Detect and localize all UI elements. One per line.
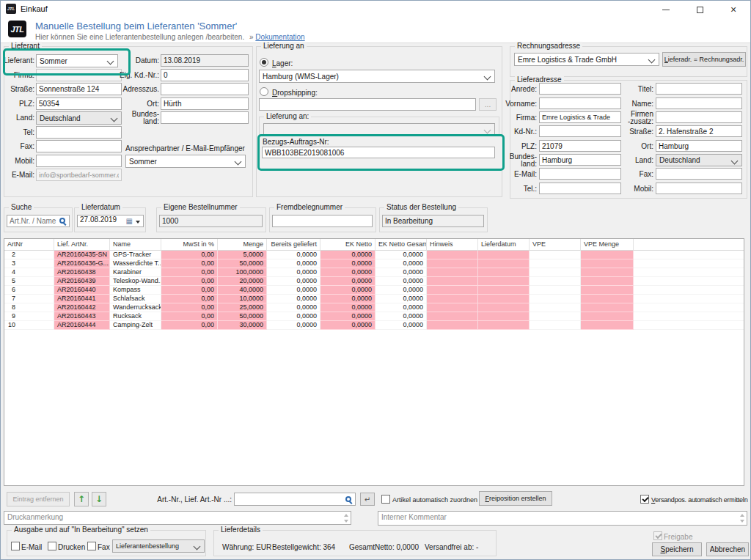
- ship-ort-field[interactable]: [656, 140, 742, 152]
- cancel-button[interactable]: Abbrechen: [706, 542, 749, 556]
- column-header-menge[interactable]: Menge: [218, 239, 267, 251]
- output-print-checkbox[interactable]: [48, 542, 56, 550]
- internal-comment-placeholder: Interner Kommentar: [381, 513, 447, 521]
- scroll-arrows-icon[interactable]: [740, 514, 744, 523]
- datum-field[interactable]: [161, 54, 249, 67]
- fremdbelegnummer-field[interactable]: [272, 215, 373, 227]
- versandpos-checkbox[interactable]: [640, 495, 649, 504]
- cell-artnr: 5: [4, 277, 54, 286]
- cell-filler: [634, 259, 744, 268]
- ship-fax-field[interactable]: [656, 168, 742, 180]
- ship-tel-field[interactable]: [539, 183, 621, 194]
- bestellnummer-field[interactable]: [159, 215, 263, 227]
- ship-strasse-field[interactable]: [656, 125, 742, 137]
- cell-filler: [634, 312, 744, 321]
- insert-article-button[interactable]: ↵: [360, 493, 375, 506]
- move-down-button[interactable]: ↓: [92, 492, 106, 506]
- table-row[interactable]: 10AR20160444Camping-Zelt0,0030,00000,000…: [4, 321, 744, 330]
- column-header-name[interactable]: Name: [110, 239, 161, 251]
- ship-firma-field[interactable]: [539, 111, 621, 123]
- freeposition-button[interactable]: Freiposition erstellen: [479, 491, 552, 506]
- table-row[interactable]: 6AR20160440Kompass0,0040,00000,00000,000…: [4, 286, 744, 295]
- dropshipping-field[interactable]: [259, 98, 476, 111]
- name-field[interactable]: [656, 97, 742, 109]
- ship-email-label: E-Mail:: [505, 171, 537, 178]
- ship-land-select[interactable]: Deutschland: [656, 154, 742, 166]
- table-row[interactable]: 4AR20160438Karabiner0,00100,00000,00000,…: [4, 268, 744, 277]
- auto-assign-checkbox[interactable]: [381, 495, 390, 504]
- ort-field[interactable]: [161, 97, 249, 110]
- ansprechpartner-select[interactable]: Sommer: [125, 155, 246, 168]
- cell-bereits: 0,0000: [267, 321, 320, 330]
- bezugs-auftrags-nr-field[interactable]: [262, 147, 495, 158]
- print-note-textarea[interactable]: Druckanmerkung: [4, 511, 351, 525]
- cell-liefartnr: AR20160436-G...: [54, 259, 110, 268]
- move-up-button[interactable]: ↑: [74, 492, 89, 506]
- adresszus-field[interactable]: [161, 83, 249, 95]
- mobil-field[interactable]: [36, 155, 122, 167]
- scroll-arrows-icon[interactable]: [344, 514, 348, 523]
- cell-name: Wanderrucksack: [110, 303, 161, 312]
- cell-lieferdatum: [478, 321, 530, 330]
- dropshipping-radio[interactable]: [260, 87, 268, 96]
- table-row[interactable]: 2AR20160435-SNGPS-Tracker0,005,00000,000…: [4, 251, 744, 259]
- save-button[interactable]: Speichern: [652, 542, 702, 556]
- copy-address-button[interactable]: Lieferadr. = Rechnungsadr.: [662, 52, 746, 67]
- eig-kdnr-field[interactable]: [161, 69, 249, 81]
- column-header-vpemenge[interactable]: VPE Menge: [581, 239, 634, 251]
- table-row[interactable]: 7AR20160441Schlafsack0,0010,00000,00000,…: [4, 295, 744, 303]
- table-row[interactable]: 8AR20160442Wanderrucksack0,0025,00000,00…: [4, 303, 744, 312]
- output-type-select[interactable]: Lieferantenbestellung: [112, 539, 205, 553]
- column-header-liefartnr[interactable]: Lief. ArtNr.: [54, 239, 110, 251]
- lieferung-an-select[interactable]: [263, 123, 495, 136]
- search-icon[interactable]: [59, 218, 65, 224]
- column-header-ekn[interactable]: EK Netto: [320, 239, 376, 251]
- column-header-hinweis[interactable]: Hinweis: [427, 239, 478, 251]
- output-email-checkbox[interactable]: [11, 542, 20, 550]
- ship-email-field[interactable]: [539, 168, 621, 180]
- table-row[interactable]: 5AR20160439Teleskop-Wand...0,0020,00000,…: [4, 277, 744, 286]
- vorname-field[interactable]: [539, 97, 621, 109]
- email-label: E-Mail:: [2, 172, 34, 179]
- caret-down-icon[interactable]: [136, 221, 140, 224]
- output-fax-checkbox[interactable]: [87, 542, 96, 550]
- rechnungsadresse-select[interactable]: Emre Logistics & Trade GmbH: [514, 53, 659, 66]
- anrede-field[interactable]: [539, 83, 621, 95]
- save-label: Speichern: [660, 545, 693, 553]
- column-header-lieferdatum[interactable]: Lieferdatum: [478, 239, 530, 251]
- column-header-ekng[interactable]: EK Netto Gesamt: [376, 239, 427, 251]
- ship-bundesland-field[interactable]: [539, 154, 621, 166]
- email-field[interactable]: [36, 169, 122, 181]
- table-row[interactable]: 3AR20160436-G...Wasserdichte T...0,0050,…: [4, 259, 744, 268]
- search-icon[interactable]: [345, 496, 351, 502]
- documentation-link[interactable]: Dokumentation: [255, 33, 304, 41]
- column-header-artnr[interactable]: ArtNr: [4, 239, 54, 251]
- maximize-button[interactable]: [683, 1, 717, 18]
- ship-plz-label: PLZ:: [505, 143, 537, 150]
- status-field[interactable]: [382, 215, 484, 227]
- column-header-vpe[interactable]: VPE: [530, 239, 581, 251]
- minimize-button[interactable]: [649, 1, 683, 18]
- close-button[interactable]: ×: [717, 1, 750, 18]
- artnr-search-input[interactable]: [234, 493, 356, 506]
- ship-plz-field[interactable]: [539, 140, 621, 152]
- table-row[interactable]: 9AR20160443Rucksack0,0050,00000,00000,00…: [4, 312, 744, 321]
- column-header-mwst[interactable]: MwSt in %: [161, 239, 218, 251]
- kdnr-field[interactable]: [539, 125, 621, 137]
- internal-comment-textarea[interactable]: Interner Kommentar: [378, 511, 747, 526]
- bundesland-field[interactable]: [161, 111, 249, 124]
- fax-field[interactable]: [36, 140, 122, 152]
- ship-mobil-field[interactable]: [656, 183, 742, 194]
- remove-entry-button[interactable]: Eintrag entfernen: [7, 492, 70, 506]
- titel-field[interactable]: [656, 83, 742, 95]
- dropshipping-browse-button[interactable]: ...: [479, 98, 497, 111]
- freigabe-checkbox[interactable]: [653, 531, 662, 540]
- calendar-icon[interactable]: ▦: [126, 218, 133, 225]
- lager-select[interactable]: Hamburg (WMS-Lager): [259, 70, 495, 83]
- lieferdatum-picker[interactable]: 27.08.2019 ▦: [77, 215, 144, 227]
- lager-radio[interactable]: [260, 58, 268, 67]
- firmenzusatz-field[interactable]: [656, 111, 742, 123]
- column-header-bereits[interactable]: Bereits geliefert: [267, 239, 320, 251]
- tel-field[interactable]: [36, 126, 122, 139]
- app-window: JTL Einkauf × JTL Manuelle Bestellung be…: [0, 0, 751, 560]
